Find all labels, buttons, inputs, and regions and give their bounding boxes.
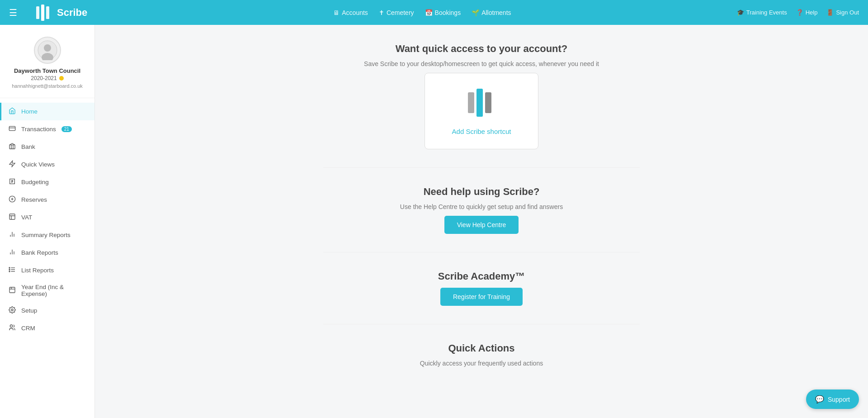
sidebar-item-bank[interactable]: Bank	[0, 138, 94, 156]
sidebar-profile: Dayworth Town Council 2020-2021 hannahhi…	[0, 29, 94, 98]
yearend-icon	[9, 286, 17, 295]
quick-access-subtitle: Save Scribe to your desktop/homescreen t…	[364, 60, 599, 67]
hamburger-menu[interactable]: ☰	[9, 7, 17, 18]
reserves-icon	[9, 195, 17, 204]
bank-icon	[9, 142, 17, 151]
nav-bookings[interactable]: 📅 Bookings	[425, 9, 461, 16]
training-icon: 🎓	[737, 9, 744, 16]
view-help-centre-button[interactable]: View Help Centre	[444, 216, 519, 234]
avatar-svg	[38, 40, 57, 60]
sidebar-item-home[interactable]: Home	[0, 103, 94, 120]
topnav: ☰ Scribe 🖥 Accounts ✝ Cemetery 📅 Booking…	[0, 0, 868, 25]
year-dot	[59, 76, 64, 81]
academy-section: Scribe Academy™ Register for Training	[323, 271, 640, 306]
divider-2	[323, 252, 640, 252]
brand-logo[interactable]: Scribe	[35, 5, 108, 21]
quick-actions-subtitle: Quickly access your frequently used acti…	[420, 360, 543, 367]
svg-rect-34	[476, 89, 483, 117]
nav-training-events[interactable]: 🎓 Training Events	[737, 9, 787, 16]
svg-point-26	[9, 269, 10, 270]
svg-rect-1	[41, 5, 44, 21]
support-icon: 💬	[815, 395, 824, 404]
svg-rect-28	[9, 287, 15, 293]
quick-actions-section: Quick Actions Quickly access your freque…	[323, 342, 640, 367]
help-icon: ❓	[796, 9, 803, 16]
home-icon	[9, 107, 17, 116]
nav-cemetery[interactable]: ✝ Cemetery	[379, 9, 414, 16]
bankreports-icon	[9, 248, 17, 257]
sidebar-item-reserves[interactable]: Reserves	[0, 191, 94, 209]
help-section: Need help using Scribe? Use the Help Cen…	[323, 186, 640, 234]
svg-point-27	[9, 271, 10, 272]
scribe-logo-icon	[35, 5, 53, 21]
avatar	[34, 37, 61, 64]
svg-rect-35	[485, 92, 491, 113]
help-title: Need help using Scribe?	[424, 186, 540, 198]
user-email: hannahhignett@starboard.co.uk	[12, 83, 83, 89]
quick-access-section: Want quick access to your account? Save …	[323, 43, 640, 149]
listreports-icon	[9, 266, 17, 275]
svg-point-25	[9, 267, 10, 268]
add-shortcut-card[interactable]: Add Scribe shortcut	[425, 73, 539, 149]
sidebar-item-list-reports[interactable]: List Reports	[0, 261, 94, 279]
sidebar-item-year-end[interactable]: Year End (Inc & Expense)	[0, 279, 94, 302]
support-button[interactable]: 💬 Support	[806, 390, 859, 409]
sidebar-item-transactions[interactable]: Transactions 21	[0, 120, 94, 138]
sidebar-item-setup[interactable]: Setup	[0, 302, 94, 319]
divider-3	[323, 324, 640, 324]
setup-icon	[9, 306, 17, 315]
svg-rect-8	[9, 145, 15, 149]
nav-help[interactable]: ❓ Help	[796, 9, 818, 16]
academy-title: Scribe Academy™	[438, 271, 525, 282]
org-name: Dayworth Town Council	[14, 67, 80, 74]
svg-point-31	[11, 309, 13, 311]
sidebar-item-vat[interactable]: VAT	[0, 209, 94, 226]
accounts-icon: 🖥	[333, 9, 340, 16]
help-subtitle: Use the Help Centre to quickly get setup…	[400, 203, 563, 210]
shortcut-label: Add Scribe shortcut	[452, 128, 511, 135]
signout-icon: 🚪	[826, 9, 834, 16]
svg-marker-11	[9, 161, 15, 166]
topnav-right-links: 🎓 Training Events ❓ Help 🚪 Sign Out	[737, 9, 859, 16]
svg-rect-15	[9, 214, 15, 219]
nav-accounts[interactable]: 🖥 Accounts	[333, 9, 368, 16]
org-year: 2020-2021	[31, 75, 63, 81]
quick-access-title: Want quick access to your account?	[396, 43, 568, 55]
avatar-image	[35, 38, 60, 63]
scribe-shortcut-icon	[466, 87, 497, 120]
main-content: Want quick access to your account? Save …	[95, 25, 868, 418]
divider-1	[323, 167, 640, 168]
cemetery-icon: ✝	[379, 9, 384, 16]
crm-icon	[9, 324, 17, 332]
vat-icon	[9, 213, 17, 222]
bookings-icon: 📅	[425, 9, 433, 16]
topnav-center-links: 🖥 Accounts ✝ Cemetery 📅 Bookings 🌱 Allot…	[121, 9, 723, 16]
quick-actions-title: Quick Actions	[448, 342, 514, 354]
summaryreports-icon	[9, 231, 17, 239]
svg-point-32	[10, 325, 12, 327]
allotments-icon: 🌱	[472, 9, 479, 16]
main-layout: Dayworth Town Council 2020-2021 hannahhi…	[0, 25, 868, 418]
brand-label: Scribe	[57, 7, 87, 19]
sidebar-nav: Home Transactions 21 Bank	[0, 98, 94, 418]
quickviews-icon	[9, 160, 17, 169]
svg-rect-6	[9, 126, 15, 130]
transactions-icon	[9, 125, 17, 133]
nav-allotments[interactable]: 🌱 Allotments	[472, 9, 511, 16]
budgeting-icon	[9, 178, 17, 186]
sidebar-item-bank-reports[interactable]: Bank Reports	[0, 244, 94, 261]
svg-point-4	[44, 44, 51, 52]
sidebar-item-quickviews[interactable]: Quick Views	[0, 156, 94, 173]
register-training-button[interactable]: Register for Training	[440, 288, 523, 306]
svg-rect-0	[36, 6, 39, 19]
svg-rect-33	[468, 92, 474, 113]
sidebar: Dayworth Town Council 2020-2021 hannahhi…	[0, 25, 95, 418]
sidebar-item-crm[interactable]: CRM	[0, 319, 94, 337]
nav-signout[interactable]: 🚪 Sign Out	[826, 9, 859, 16]
svg-rect-2	[46, 6, 49, 19]
sidebar-item-summary-reports[interactable]: Summary Reports	[0, 226, 94, 244]
sidebar-item-budgeting[interactable]: Budgeting	[0, 173, 94, 191]
transactions-badge: 21	[61, 126, 72, 132]
